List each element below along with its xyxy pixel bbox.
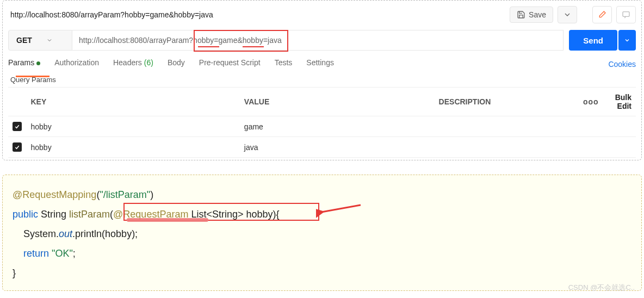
params-table: KEY VALUE DESCRIPTION ooo Bulk Edit hobb… <box>8 87 636 158</box>
tok: String <box>38 209 69 220</box>
url-text: http://localhost:8080/arrayParam?hobby=g… <box>79 36 282 45</box>
tok: "/listParam" <box>100 189 150 200</box>
params-indicator-dot <box>36 61 40 65</box>
table-row: hobby game <box>8 116 636 137</box>
tabs: Params Authorization Headers (6) Body Pr… <box>8 58 636 70</box>
tab-body[interactable]: Body <box>168 58 185 70</box>
tab-prerequest[interactable]: Pre-request Script <box>199 58 261 70</box>
param-key[interactable]: hobby <box>27 137 240 158</box>
table-row: hobby java <box>8 137 636 158</box>
tab-label: Params <box>8 58 34 67</box>
param-value[interactable]: game <box>240 116 435 137</box>
annotation-underline-1 <box>198 46 219 47</box>
cookies-link[interactable]: Cookies <box>608 60 636 69</box>
comment-icon <box>622 10 630 19</box>
url-input[interactable]: http://localhost:8080/arrayParam?hobby=g… <box>72 30 564 51</box>
tab-authorization[interactable]: Authorization <box>54 58 99 70</box>
save-button[interactable]: Save <box>510 7 553 23</box>
row-checkbox[interactable] <box>13 122 22 131</box>
query-params-title: Query Params <box>10 76 636 84</box>
row-checkbox[interactable] <box>13 142 22 152</box>
col-description: DESCRIPTION <box>435 88 579 116</box>
tab-settings[interactable]: Settings <box>306 58 334 70</box>
param-value[interactable]: java <box>240 137 435 158</box>
headers-count: (6) <box>144 58 153 67</box>
tok: ){ <box>273 209 280 220</box>
table-header-row: KEY VALUE DESCRIPTION ooo Bulk Edit <box>8 88 636 116</box>
pencil-icon <box>598 10 606 19</box>
tok: out <box>59 228 72 239</box>
bulk-edit[interactable]: Bulk Edit <box>615 93 631 110</box>
param-key[interactable]: hobby <box>27 116 240 137</box>
column-options[interactable]: ooo <box>583 97 599 106</box>
tok: ) <box>150 189 153 200</box>
col-value: VALUE <box>240 88 435 116</box>
method-label: GET <box>16 36 32 45</box>
tok: listParam <box>69 209 110 220</box>
save-icon <box>517 10 525 19</box>
code-line-4: return "OK"; <box>13 244 631 263</box>
comment-button[interactable] <box>616 6 636 23</box>
annotation-highlight <box>127 218 208 222</box>
tok: public <box>13 209 38 220</box>
param-description[interactable] <box>435 116 636 137</box>
col-key: KEY <box>27 88 240 116</box>
tok <box>13 228 23 239</box>
tok: .println(hobby); <box>72 228 138 239</box>
send-dropdown[interactable] <box>618 30 636 51</box>
chevron-down-icon <box>46 37 53 44</box>
send-label: Send <box>583 36 603 45</box>
tok: return <box>23 248 52 259</box>
svg-line-1 <box>321 205 361 212</box>
check-icon <box>14 144 20 150</box>
active-tab-underline <box>16 76 49 77</box>
tok: hobby <box>246 209 273 220</box>
code-snippet-panel: @RequestMapping("/listParam") public Str… <box>2 175 642 291</box>
code-line-5: } <box>13 263 631 283</box>
request-title: http://localhost:8080/arrayParam?hobby=g… <box>8 10 505 19</box>
tok: @RequestMapping <box>13 189 96 200</box>
api-request-panel: http://localhost:8080/arrayParam?hobby=g… <box>2 0 642 160</box>
chevron-down-icon <box>624 37 630 44</box>
save-label: Save <box>529 10 546 19</box>
chevron-down-icon <box>563 10 572 19</box>
tab-label: Headers <box>113 58 142 67</box>
edit-button[interactable] <box>592 6 612 23</box>
tok <box>13 248 23 259</box>
tabs-wrap: Params Authorization Headers (6) Body Pr… <box>8 58 636 70</box>
request-line: GET http://localhost:8080/arrayParam?hob… <box>8 30 636 51</box>
tok: System. <box>23 228 59 239</box>
arrow-annotation <box>316 198 365 218</box>
tok: "OK" <box>52 248 73 259</box>
tab-params[interactable]: Params <box>8 58 40 70</box>
save-dropdown[interactable] <box>558 6 577 23</box>
send-button[interactable]: Send <box>569 30 617 51</box>
tok: ; <box>73 248 76 259</box>
svg-rect-0 <box>623 12 629 17</box>
watermark: CSDN @不会就选C.. <box>568 281 635 291</box>
code-line-3: System.out.println(hobby); <box>13 224 631 244</box>
top-bar: http://localhost:8080/arrayParam?hobby=g… <box>8 6 636 23</box>
tab-tests[interactable]: Tests <box>275 58 293 70</box>
check-icon <box>14 123 20 129</box>
tab-headers[interactable]: Headers (6) <box>113 58 153 70</box>
param-description[interactable] <box>435 137 636 158</box>
annotation-underline-2 <box>243 46 264 47</box>
method-select[interactable]: GET <box>8 30 72 51</box>
